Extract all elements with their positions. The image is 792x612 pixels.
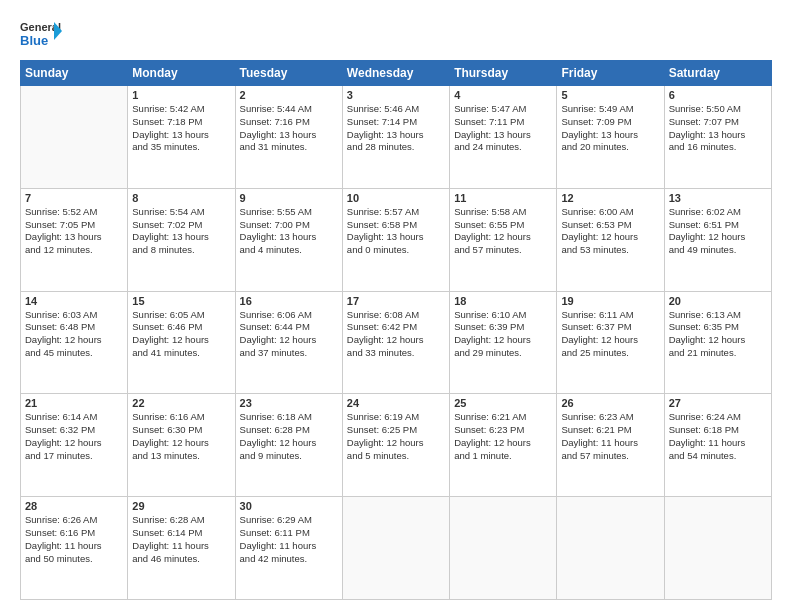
day-info: Sunrise: 5:49 AM Sunset: 7:09 PM Dayligh… (561, 103, 659, 154)
calendar-cell: 20Sunrise: 6:13 AM Sunset: 6:35 PM Dayli… (664, 291, 771, 394)
day-number: 25 (454, 397, 552, 409)
calendar-cell: 5Sunrise: 5:49 AM Sunset: 7:09 PM Daylig… (557, 86, 664, 189)
day-info: Sunrise: 5:55 AM Sunset: 7:00 PM Dayligh… (240, 206, 338, 257)
calendar-cell: 30Sunrise: 6:29 AM Sunset: 6:11 PM Dayli… (235, 497, 342, 600)
day-number: 17 (347, 295, 445, 307)
day-number: 12 (561, 192, 659, 204)
day-number: 7 (25, 192, 123, 204)
day-number: 4 (454, 89, 552, 101)
day-number: 20 (669, 295, 767, 307)
day-info: Sunrise: 6:00 AM Sunset: 6:53 PM Dayligh… (561, 206, 659, 257)
day-number: 19 (561, 295, 659, 307)
header: General Blue (20, 18, 772, 50)
day-number: 29 (132, 500, 230, 512)
calendar-cell: 4Sunrise: 5:47 AM Sunset: 7:11 PM Daylig… (450, 86, 557, 189)
day-info: Sunrise: 6:05 AM Sunset: 6:46 PM Dayligh… (132, 309, 230, 360)
day-number: 11 (454, 192, 552, 204)
day-info: Sunrise: 5:57 AM Sunset: 6:58 PM Dayligh… (347, 206, 445, 257)
calendar-week-1: 1Sunrise: 5:42 AM Sunset: 7:18 PM Daylig… (21, 86, 772, 189)
calendar-header-thursday: Thursday (450, 61, 557, 86)
day-number: 3 (347, 89, 445, 101)
day-info: Sunrise: 6:26 AM Sunset: 6:16 PM Dayligh… (25, 514, 123, 565)
calendar-cell: 3Sunrise: 5:46 AM Sunset: 7:14 PM Daylig… (342, 86, 449, 189)
calendar-cell (450, 497, 557, 600)
day-number: 23 (240, 397, 338, 409)
day-info: Sunrise: 5:47 AM Sunset: 7:11 PM Dayligh… (454, 103, 552, 154)
calendar-cell: 25Sunrise: 6:21 AM Sunset: 6:23 PM Dayli… (450, 394, 557, 497)
calendar-cell: 6Sunrise: 5:50 AM Sunset: 7:07 PM Daylig… (664, 86, 771, 189)
day-info: Sunrise: 6:29 AM Sunset: 6:11 PM Dayligh… (240, 514, 338, 565)
logo-svg: General Blue (20, 18, 62, 50)
day-info: Sunrise: 5:46 AM Sunset: 7:14 PM Dayligh… (347, 103, 445, 154)
calendar-cell: 16Sunrise: 6:06 AM Sunset: 6:44 PM Dayli… (235, 291, 342, 394)
day-info: Sunrise: 5:42 AM Sunset: 7:18 PM Dayligh… (132, 103, 230, 154)
calendar: SundayMondayTuesdayWednesdayThursdayFrid… (20, 60, 772, 600)
day-number: 18 (454, 295, 552, 307)
day-info: Sunrise: 5:50 AM Sunset: 7:07 PM Dayligh… (669, 103, 767, 154)
day-info: Sunrise: 6:10 AM Sunset: 6:39 PM Dayligh… (454, 309, 552, 360)
day-info: Sunrise: 6:18 AM Sunset: 6:28 PM Dayligh… (240, 411, 338, 462)
day-number: 30 (240, 500, 338, 512)
calendar-cell: 21Sunrise: 6:14 AM Sunset: 6:32 PM Dayli… (21, 394, 128, 497)
calendar-cell: 24Sunrise: 6:19 AM Sunset: 6:25 PM Dayli… (342, 394, 449, 497)
day-info: Sunrise: 6:19 AM Sunset: 6:25 PM Dayligh… (347, 411, 445, 462)
day-info: Sunrise: 6:23 AM Sunset: 6:21 PM Dayligh… (561, 411, 659, 462)
calendar-cell: 29Sunrise: 6:28 AM Sunset: 6:14 PM Dayli… (128, 497, 235, 600)
day-info: Sunrise: 6:08 AM Sunset: 6:42 PM Dayligh… (347, 309, 445, 360)
calendar-cell: 14Sunrise: 6:03 AM Sunset: 6:48 PM Dayli… (21, 291, 128, 394)
day-info: Sunrise: 5:44 AM Sunset: 7:16 PM Dayligh… (240, 103, 338, 154)
day-info: Sunrise: 6:28 AM Sunset: 6:14 PM Dayligh… (132, 514, 230, 565)
calendar-cell: 2Sunrise: 5:44 AM Sunset: 7:16 PM Daylig… (235, 86, 342, 189)
calendar-cell: 7Sunrise: 5:52 AM Sunset: 7:05 PM Daylig… (21, 188, 128, 291)
logo: General Blue (20, 18, 62, 50)
calendar-cell (664, 497, 771, 600)
calendar-cell: 23Sunrise: 6:18 AM Sunset: 6:28 PM Dayli… (235, 394, 342, 497)
day-number: 24 (347, 397, 445, 409)
calendar-cell: 15Sunrise: 6:05 AM Sunset: 6:46 PM Dayli… (128, 291, 235, 394)
calendar-header-wednesday: Wednesday (342, 61, 449, 86)
calendar-cell: 12Sunrise: 6:00 AM Sunset: 6:53 PM Dayli… (557, 188, 664, 291)
calendar-cell: 22Sunrise: 6:16 AM Sunset: 6:30 PM Dayli… (128, 394, 235, 497)
day-info: Sunrise: 6:06 AM Sunset: 6:44 PM Dayligh… (240, 309, 338, 360)
day-number: 5 (561, 89, 659, 101)
day-info: Sunrise: 6:16 AM Sunset: 6:30 PM Dayligh… (132, 411, 230, 462)
day-info: Sunrise: 6:13 AM Sunset: 6:35 PM Dayligh… (669, 309, 767, 360)
calendar-cell: 11Sunrise: 5:58 AM Sunset: 6:55 PM Dayli… (450, 188, 557, 291)
day-number: 16 (240, 295, 338, 307)
calendar-cell: 26Sunrise: 6:23 AM Sunset: 6:21 PM Dayli… (557, 394, 664, 497)
day-info: Sunrise: 5:52 AM Sunset: 7:05 PM Dayligh… (25, 206, 123, 257)
calendar-cell: 17Sunrise: 6:08 AM Sunset: 6:42 PM Dayli… (342, 291, 449, 394)
calendar-header-row: SundayMondayTuesdayWednesdayThursdayFrid… (21, 61, 772, 86)
calendar-cell: 8Sunrise: 5:54 AM Sunset: 7:02 PM Daylig… (128, 188, 235, 291)
calendar-header-monday: Monday (128, 61, 235, 86)
calendar-cell: 9Sunrise: 5:55 AM Sunset: 7:00 PM Daylig… (235, 188, 342, 291)
day-info: Sunrise: 6:24 AM Sunset: 6:18 PM Dayligh… (669, 411, 767, 462)
day-info: Sunrise: 6:21 AM Sunset: 6:23 PM Dayligh… (454, 411, 552, 462)
calendar-week-2: 7Sunrise: 5:52 AM Sunset: 7:05 PM Daylig… (21, 188, 772, 291)
day-info: Sunrise: 6:11 AM Sunset: 6:37 PM Dayligh… (561, 309, 659, 360)
day-number: 10 (347, 192, 445, 204)
day-number: 2 (240, 89, 338, 101)
day-number: 27 (669, 397, 767, 409)
day-info: Sunrise: 6:02 AM Sunset: 6:51 PM Dayligh… (669, 206, 767, 257)
calendar-cell: 19Sunrise: 6:11 AM Sunset: 6:37 PM Dayli… (557, 291, 664, 394)
day-number: 26 (561, 397, 659, 409)
day-info: Sunrise: 6:03 AM Sunset: 6:48 PM Dayligh… (25, 309, 123, 360)
day-number: 22 (132, 397, 230, 409)
calendar-cell: 18Sunrise: 6:10 AM Sunset: 6:39 PM Dayli… (450, 291, 557, 394)
calendar-cell (21, 86, 128, 189)
calendar-week-3: 14Sunrise: 6:03 AM Sunset: 6:48 PM Dayli… (21, 291, 772, 394)
calendar-cell: 27Sunrise: 6:24 AM Sunset: 6:18 PM Dayli… (664, 394, 771, 497)
calendar-cell (557, 497, 664, 600)
svg-text:Blue: Blue (20, 33, 48, 48)
day-number: 15 (132, 295, 230, 307)
calendar-week-5: 28Sunrise: 6:26 AM Sunset: 6:16 PM Dayli… (21, 497, 772, 600)
calendar-header-sunday: Sunday (21, 61, 128, 86)
calendar-header-saturday: Saturday (664, 61, 771, 86)
calendar-cell: 13Sunrise: 6:02 AM Sunset: 6:51 PM Dayli… (664, 188, 771, 291)
calendar-cell: 1Sunrise: 5:42 AM Sunset: 7:18 PM Daylig… (128, 86, 235, 189)
calendar-header-friday: Friday (557, 61, 664, 86)
day-number: 14 (25, 295, 123, 307)
day-number: 8 (132, 192, 230, 204)
day-number: 6 (669, 89, 767, 101)
